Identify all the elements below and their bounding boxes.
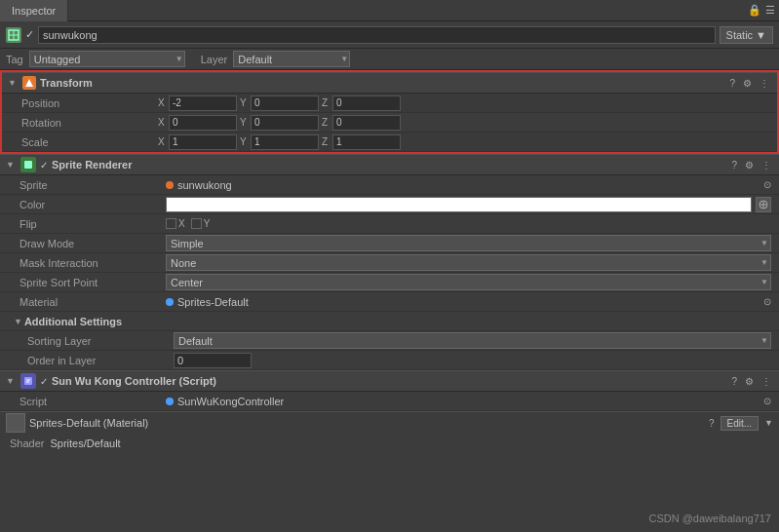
material-section-header: Sprites-Default (Material) ? Edit... ▼ xyxy=(0,412,779,434)
transform-icon xyxy=(22,76,36,90)
sprite-active-check[interactable]: ✓ xyxy=(40,160,48,171)
script-active-check[interactable]: ✓ xyxy=(40,376,48,387)
color-row: Color xyxy=(0,195,779,214)
material-name: Sprites-Default (Material) xyxy=(29,417,703,429)
position-row: Position X Y Z xyxy=(2,94,777,113)
tag-select[interactable]: Untagged xyxy=(29,51,185,67)
script-row: Script SunWuKongController ⊙ xyxy=(0,392,779,411)
position-y-input[interactable] xyxy=(251,95,319,111)
mask-select[interactable]: None xyxy=(166,254,771,271)
color-prop-value xyxy=(166,197,771,212)
sort-point-value: Center Pivot ▼ xyxy=(166,274,771,290)
flip-x-checkbox[interactable] xyxy=(166,218,176,229)
object-name-input[interactable] xyxy=(38,26,716,44)
position-z-input[interactable] xyxy=(332,95,401,111)
flip-prop-label: Flip xyxy=(19,218,166,230)
material-help[interactable]: ? xyxy=(707,418,717,429)
sprite-chevron: ▼ xyxy=(6,160,15,170)
script-select-btn[interactable]: ⊙ xyxy=(763,396,771,406)
material-prop-value: Sprites-Default ⊙ xyxy=(166,296,771,308)
scale-values: X Y Z xyxy=(158,134,769,150)
rotation-values: X Y Z xyxy=(158,115,769,131)
material-select-btn[interactable]: ⊙ xyxy=(763,296,771,307)
sprite-renderer-header[interactable]: ▼ ✓ Sprite Renderer ? ⚙ ⋮ xyxy=(0,154,779,175)
object-header: ✓ Static ▼ xyxy=(0,21,779,49)
transform-actions: ? ⚙ ⋮ xyxy=(727,78,771,89)
svg-marker-3 xyxy=(25,79,33,87)
sort-point-row: Sprite Sort Point Center Pivot ▼ xyxy=(0,273,779,292)
order-row: Order in Layer xyxy=(0,351,779,370)
script-settings[interactable]: ⚙ xyxy=(743,376,756,387)
flip-prop-value: X Y xyxy=(166,218,771,229)
rotation-x-field: X xyxy=(158,115,237,131)
tag-dropdown-wrapper: Untagged ▼ xyxy=(29,51,185,67)
rotation-z-input[interactable] xyxy=(332,115,401,131)
sprite-help[interactable]: ? xyxy=(729,160,739,171)
mask-row: Mask Interaction None ▼ xyxy=(0,253,779,273)
scale-z-input[interactable] xyxy=(332,134,401,150)
menu-icon[interactable]: ☰ xyxy=(765,4,775,17)
sprite-settings[interactable]: ⚙ xyxy=(743,160,756,171)
static-button[interactable]: Static ▼ xyxy=(720,26,773,44)
scale-y-input[interactable] xyxy=(251,134,319,150)
rot-z-label: Z xyxy=(322,117,331,128)
sprite-prop-value: sunwukong ⊙ xyxy=(166,179,771,191)
scl-x-label: X xyxy=(158,136,168,147)
sort-point-select[interactable]: Center Pivot xyxy=(166,274,771,290)
flip-x-item: X xyxy=(166,218,185,229)
transform-menu[interactable]: ⋮ xyxy=(758,78,771,89)
script-icon xyxy=(20,373,36,389)
order-value xyxy=(174,353,771,368)
layer-label: Layer xyxy=(201,54,228,65)
color-prop-label: Color xyxy=(19,199,166,210)
script-header[interactable]: ▼ ✓ Sun Wu Kong Controller (Script) ? ⚙ … xyxy=(0,370,779,392)
position-x-input[interactable] xyxy=(169,95,237,111)
transform-title: Transform xyxy=(40,77,724,89)
flip-y-checkbox[interactable] xyxy=(191,218,202,229)
watermark-text: CSDN @daweibalang717 xyxy=(648,513,771,524)
color-picker-btn[interactable] xyxy=(756,197,771,212)
object-icon xyxy=(6,27,21,43)
inspector-tab[interactable]: Inspector xyxy=(0,0,68,21)
rotation-y-input[interactable] xyxy=(251,115,319,131)
sprite-renderer-title: Sprite Renderer xyxy=(52,159,726,171)
draw-mode-select[interactable]: Simple Sliced Tiled xyxy=(166,235,771,251)
material-dropdown-arrow[interactable]: ▼ xyxy=(764,418,773,428)
position-label: Position xyxy=(21,97,158,109)
transform-header[interactable]: ▼ Transform ? ⚙ ⋮ xyxy=(2,72,777,94)
sprite-select-btn[interactable]: ⊙ xyxy=(763,179,771,190)
material-edit-button[interactable]: Edit... xyxy=(721,416,760,431)
active-checkbox[interactable]: ✓ xyxy=(25,28,34,41)
script-help[interactable]: ? xyxy=(729,376,739,387)
sorting-layer-select-wrapper: Default ▼ xyxy=(174,332,771,349)
scale-x-input[interactable] xyxy=(169,134,237,150)
color-field[interactable] xyxy=(166,197,752,212)
rotation-row: Rotation X Y Z xyxy=(2,113,777,133)
static-label: Static xyxy=(726,29,754,41)
lock-icon[interactable]: 🔒 xyxy=(748,4,761,17)
position-x-field: X xyxy=(158,95,237,111)
additional-settings-header[interactable]: ▼ Additional Settings xyxy=(0,312,779,331)
rotation-x-input[interactable] xyxy=(169,115,237,131)
sprite-menu[interactable]: ⋮ xyxy=(760,160,773,171)
tab-actions: 🔒 ☰ xyxy=(748,4,779,17)
layer-dropdown-wrapper: Default ▼ xyxy=(233,51,350,67)
position-values: X Y Z xyxy=(158,95,769,111)
sorting-layer-select[interactable]: Default xyxy=(174,332,771,349)
inspector-tab-label: Inspector xyxy=(12,0,56,21)
pos-y-label: Y xyxy=(240,97,250,108)
order-input[interactable] xyxy=(174,353,252,368)
script-menu[interactable]: ⋮ xyxy=(760,376,773,387)
transform-settings[interactable]: ⚙ xyxy=(741,78,754,89)
additional-settings-title: Additional Settings xyxy=(24,316,122,327)
scale-label: Scale xyxy=(21,136,158,148)
sprite-dot-icon xyxy=(166,181,174,189)
mask-value: None ▼ xyxy=(166,254,771,271)
tab-bar: Inspector 🔒 ☰ xyxy=(0,0,779,21)
shader-label: Shader xyxy=(10,437,44,449)
layer-select[interactable]: Default xyxy=(233,51,350,67)
material-row: Material Sprites-Default ⊙ xyxy=(0,292,779,312)
transform-help[interactable]: ? xyxy=(727,78,737,89)
script-section: ▼ ✓ Sun Wu Kong Controller (Script) ? ⚙ … xyxy=(0,370,779,411)
additional-chevron: ▼ xyxy=(14,317,22,326)
